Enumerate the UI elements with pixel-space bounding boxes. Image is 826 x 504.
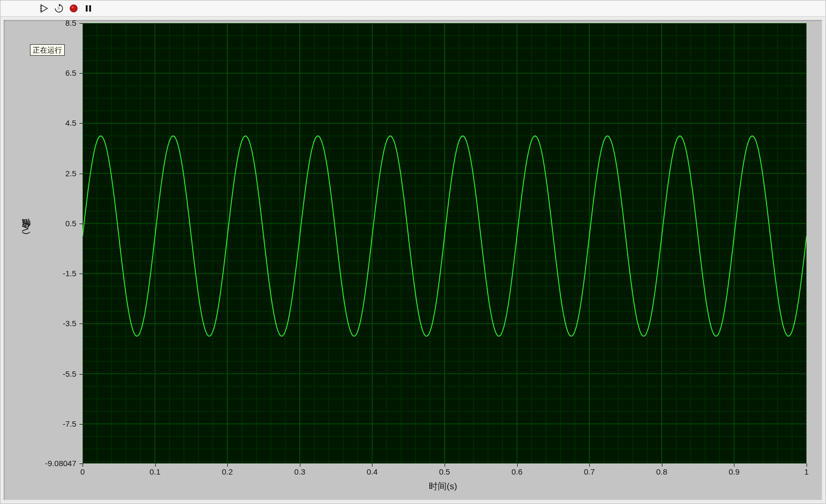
x-tick-label: 0 bbox=[80, 468, 85, 476]
y-tick-label: 2.5 bbox=[4, 169, 76, 177]
y-tick-label: 6.5 bbox=[4, 69, 76, 77]
y-tick-label: 0.5 bbox=[4, 219, 76, 227]
abort-button[interactable] bbox=[68, 3, 79, 14]
pause-button[interactable] bbox=[83, 3, 94, 14]
y-tick-label: -9.08047 bbox=[4, 459, 76, 467]
toolbar bbox=[1, 1, 825, 17]
y-tick-label: -7.5 bbox=[4, 420, 76, 428]
x-tick-label: 0.5 bbox=[439, 468, 450, 476]
x-tick-label: 0.3 bbox=[294, 468, 305, 476]
x-tick-label: 0.6 bbox=[511, 468, 522, 476]
x-tick-label: 0.1 bbox=[149, 468, 160, 476]
waveform-panel: 正在运行 -9.08047-7.5-5.5-3.5-1.50.52.54.56.… bbox=[4, 20, 822, 500]
x-tick-label: 0.8 bbox=[656, 468, 667, 476]
y-axis-label: 幅值(V) bbox=[19, 223, 32, 235]
waveform-chart[interactable]: -9.08047-7.5-5.5-3.5-1.50.52.54.56.58.50… bbox=[4, 20, 822, 500]
run-button[interactable] bbox=[38, 3, 50, 14]
x-tick-label: 0.7 bbox=[584, 468, 595, 476]
y-tick-label: -3.5 bbox=[4, 319, 76, 327]
y-tick-label: -1.5 bbox=[4, 269, 76, 277]
x-axis-label: 时间(s) bbox=[429, 480, 457, 492]
run-continuous-button[interactable] bbox=[53, 3, 65, 14]
x-tick-label: 0.9 bbox=[729, 468, 740, 476]
y-tick-label: 4.5 bbox=[4, 119, 76, 127]
x-tick-label: 1 bbox=[804, 468, 809, 476]
y-tick-label: 8.5 bbox=[4, 19, 76, 27]
svg-point-0 bbox=[70, 5, 77, 12]
x-tick-label: 0.2 bbox=[222, 468, 233, 476]
x-tick-label: 0.4 bbox=[367, 468, 378, 476]
svg-rect-3 bbox=[89, 5, 92, 12]
waveform-trace bbox=[83, 23, 807, 463]
status-tooltip: 正在运行 bbox=[30, 44, 65, 56]
svg-point-1 bbox=[72, 6, 74, 8]
app-window: 正在运行 -9.08047-7.5-5.5-3.5-1.50.52.54.56.… bbox=[0, 0, 826, 504]
content-area: 正在运行 -9.08047-7.5-5.5-3.5-1.50.52.54.56.… bbox=[1, 17, 825, 503]
svg-rect-2 bbox=[86, 5, 88, 12]
y-tick-label: -5.5 bbox=[4, 370, 76, 378]
